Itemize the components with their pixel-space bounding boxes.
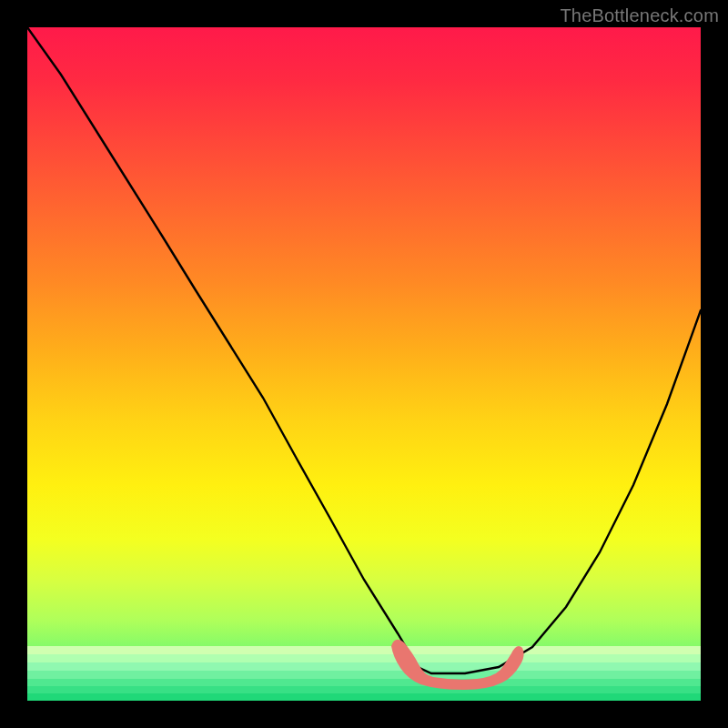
watermark-text: TheBottleneck.com [560,5,719,26]
bottleneck-curve [27,27,701,701]
plot-area [27,27,701,701]
chart-frame: TheBottleneck.com [0,0,728,728]
curve-path [27,27,701,673]
